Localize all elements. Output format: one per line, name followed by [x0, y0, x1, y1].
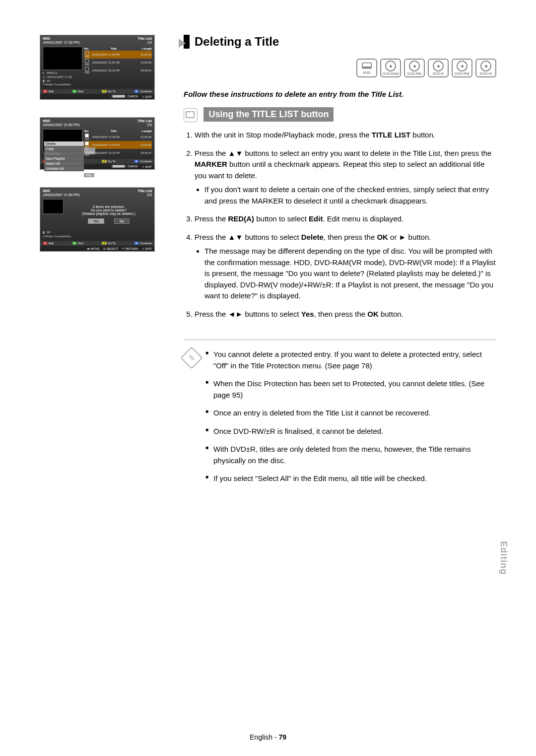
disc-dvdprw-icon: DVD+RW	[452, 59, 472, 77]
ctx-copy: Copy	[44, 146, 84, 151]
table-row: 003JAN/03/2007 23:15 PR00:30:00	[84, 67, 152, 74]
title-list-label: Title List	[137, 119, 152, 123]
note-item: Once DVD-RW/±R is finalised, it cannot b…	[205, 426, 496, 437]
footer-sort: Sort	[78, 90, 83, 93]
ctx-newplaylist: New Playlist	[44, 156, 84, 161]
dialog-yes: Yes	[88, 218, 104, 224]
step-2-bullet: If you don't want to delete a certain on…	[204, 184, 496, 206]
dialog-line: (Related playlists may be deleted.)	[68, 212, 149, 215]
step-1: With the unit in Stop mode/Playback mode…	[195, 130, 496, 141]
ctx-delete: Delete	[44, 141, 84, 146]
meta-date: JAN/01/2007 17:30	[47, 75, 72, 78]
panel-subtitle: JAN/02/2007 21:00 PR1	[43, 123, 80, 127]
dialog-line: 2 items are selected.	[68, 205, 149, 208]
footer-select: SELECT	[107, 247, 118, 250]
disc-dvdr-icon: DVD-R	[428, 59, 449, 77]
side-tab: Editing	[498, 541, 509, 575]
note-item: If you select "Select All" in the Edit m…	[205, 473, 496, 484]
step-3: Press the RED(A) button to select Edit. …	[195, 213, 496, 225]
footer-edit: Edit	[49, 90, 54, 93]
meta-mode: MPEG2	[47, 71, 57, 74]
note-box: ✎ You cannot delete a protected entry. I…	[184, 340, 496, 491]
note-item: You cannot delete a protected entry. If …	[205, 349, 496, 371]
footer-return: RETURN	[126, 247, 138, 250]
col-title: Title	[91, 47, 136, 50]
disc-hdd-icon: HDD	[356, 59, 377, 77]
steps-list: With the unit in Stop mode/Playback mode…	[184, 130, 496, 320]
hdd-label: HDD	[43, 37, 50, 40]
panel-counter: 2/3	[147, 193, 152, 197]
meta-sp: SP	[47, 79, 51, 82]
footer-exit: EXIT	[145, 95, 152, 98]
footer-exit: EXIT	[145, 247, 152, 250]
ctx-vmode: ibility	[84, 173, 94, 177]
screenshot-column: HDD Title List JAN/01/2007 17:30 PR1 1/3…	[40, 35, 159, 491]
section-arrow-icon	[179, 39, 186, 48]
ctx-unselectall: Unselect All	[44, 166, 84, 171]
note-item: Once an entry is deleted from the Title …	[205, 408, 496, 419]
step-4-bullet: The message may be different depending o…	[204, 246, 496, 302]
content-column: Deleting a Title HDD DVD-RAM DVD-RW DVD-…	[184, 35, 496, 491]
context-menu: Delete Copy Protection New Playlist Sele…	[44, 141, 84, 171]
note-icon: ✎	[180, 346, 202, 369]
table-row: 001JAN/01/2007 17:30 PR01:00:00	[84, 51, 152, 59]
subheading: Using the TITLE LIST button	[203, 107, 334, 122]
screenshot-3: HDD Title List JAN/02/2007 21:00 PR1 2/3…	[40, 187, 155, 252]
ctx-sub: 7 21:00	[84, 147, 95, 154]
section-title: Deleting a Title	[184, 35, 496, 49]
dialog-line: Do you want to delete?	[68, 208, 149, 212]
screenshot-1: HDD Title List JAN/01/2007 17:30 PR1 1/3…	[40, 35, 155, 100]
col-length: Length	[136, 47, 152, 50]
title-list-label: Title List	[137, 189, 152, 193]
hdd-label: HDD	[43, 189, 50, 193]
footer-goto: Go To	[108, 90, 116, 93]
meta-vmode: V-Mode Compatibility	[43, 83, 82, 87]
footer-contents: Contents	[140, 90, 152, 93]
ctx-protection: Protection	[44, 151, 84, 156]
disc-dvdpr-icon: DVD+R	[475, 59, 496, 77]
step-4: Press the ▲▼ buttons to select Delete, t…	[195, 232, 496, 302]
panel-counter: 1/3	[147, 41, 152, 44]
screenshot-2: HDD Title List JAN/02/2007 21:00 PR1 2/3…	[40, 117, 155, 170]
hdd-label: HDD	[43, 119, 50, 123]
disc-dvdram-icon: DVD-RAM	[380, 59, 401, 77]
meta-sp: SP	[47, 231, 51, 234]
svg-rect-1	[362, 67, 371, 69]
preview-thumb	[43, 47, 82, 70]
col-no: No.	[84, 47, 91, 50]
titlelist-button-icon	[184, 108, 198, 122]
intro-text: Follow these instructions to delete an e…	[184, 90, 496, 98]
page-footer: English - 79	[0, 733, 536, 741]
panel-counter: 2/3	[147, 123, 152, 127]
table-row: 001JAN/01/2007 17:30 PR01:00:00	[84, 133, 152, 141]
step-5: Press the ◄► buttons to select Yes, then…	[195, 309, 496, 320]
step-2: Press the ▲▼ buttons to select an entry …	[195, 148, 496, 207]
panel-subtitle: JAN/01/2007 17:30 PR1	[43, 41, 80, 44]
meta-vmode: V-Mode Compatibility	[43, 235, 152, 239]
dialog-no: No	[114, 218, 130, 224]
disc-badges: HDD DVD-RAM DVD-RW DVD-R DVD+RW DVD+R	[184, 59, 496, 77]
note-item: When the Disc Protection has been set to…	[205, 378, 496, 401]
preview-thumb	[43, 199, 64, 214]
note-item: With DVD±R, titles are only deleted from…	[205, 444, 496, 466]
disc-dvdrw-icon: DVD-RW	[404, 59, 425, 77]
panel-subtitle: JAN/02/2007 21:00 PR1	[43, 193, 80, 197]
footer-move: MOVE	[91, 247, 100, 250]
ctx-selectall: Select All	[44, 161, 84, 166]
title-list-label: Title List	[137, 37, 152, 40]
footer-check: CHECK	[128, 95, 138, 98]
table-row: 002JAN/02/2007 21:00 PR01:00:00	[84, 59, 152, 67]
